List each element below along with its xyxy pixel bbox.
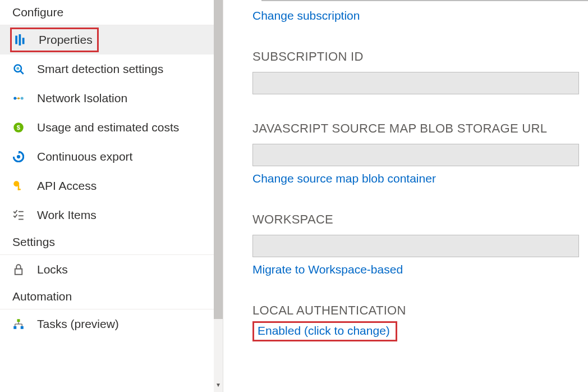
- svg-line-4: [21, 71, 24, 74]
- tasks-icon: [12, 318, 25, 330]
- js-sourcemap-input[interactable]: [252, 144, 579, 166]
- svg-rect-22: [13, 326, 16, 329]
- section-header-settings: Settings: [0, 230, 214, 255]
- svg-rect-20: [15, 269, 22, 275]
- nav-label: Properties: [39, 33, 93, 47]
- api-access-icon: [12, 180, 25, 192]
- svg-rect-1: [19, 34, 21, 45]
- change-sourcemap-link[interactable]: Change source map blob container: [252, 172, 436, 185]
- sidebar-item-api-access[interactable]: API Access: [0, 171, 214, 200]
- nav-label: API Access: [37, 179, 97, 193]
- nav-label: Continuous export: [37, 150, 132, 163]
- svg-rect-2: [22, 38, 25, 44]
- nav-label: Usage and estimated costs: [37, 121, 179, 134]
- top-field-border: [261, 0, 588, 1]
- network-isolation-icon: [12, 92, 25, 104]
- sidebar-item-network-isolation[interactable]: Network Isolation: [0, 84, 214, 113]
- sidebar-item-properties[interactable]: Properties: [0, 25, 214, 54]
- local-auth-label: LOCAL AUTHENTICATION: [252, 303, 588, 318]
- nav-label: Smart detection settings: [37, 62, 163, 76]
- sidebar-item-continuous-export[interactable]: Continuous export: [0, 142, 214, 171]
- sidebar-item-smart-detection[interactable]: Smart detection settings: [0, 54, 214, 84]
- svg-rect-21: [17, 319, 20, 322]
- svg-rect-23: [21, 326, 24, 329]
- js-sourcemap-label: JAVASCRIPT SOURCE MAP BLOB STORAGE URL: [252, 121, 588, 136]
- local-auth-toggle-link[interactable]: Enabled (click to change): [252, 321, 397, 341]
- nav-label: Work Items: [37, 208, 97, 222]
- nav-label: Network Isolation: [37, 92, 127, 105]
- properties-icon: [14, 34, 26, 46]
- subscription-id-label: SUBSCRIPTION ID: [252, 49, 588, 64]
- svg-rect-0: [15, 36, 17, 44]
- migrate-workspace-link[interactable]: Migrate to Workspace-based: [252, 263, 403, 276]
- main-panel: Change subscription SUBSCRIPTION ID JAVA…: [223, 0, 588, 392]
- svg-point-7: [21, 97, 24, 100]
- highlight-properties: Properties: [10, 28, 99, 52]
- sidebar-item-work-items[interactable]: Work Items: [0, 200, 214, 230]
- sidebar: ▾ Configure Properties Smart detection s…: [0, 0, 223, 392]
- work-items-icon: [12, 209, 25, 221]
- continuous-export-icon: [12, 151, 25, 163]
- sidebar-item-usage-costs[interactable]: $ Usage and estimated costs: [0, 113, 214, 142]
- scrollbar-track[interactable]: ▾: [214, 0, 223, 392]
- scrollbar-down-arrow[interactable]: ▾: [214, 377, 223, 392]
- smart-detection-icon: [12, 63, 25, 75]
- locks-icon: [12, 263, 25, 276]
- subscription-id-input[interactable]: [252, 72, 579, 94]
- nav-label: Locks: [37, 263, 68, 276]
- workspace-label: WORKSPACE: [252, 212, 588, 227]
- svg-point-5: [16, 67, 19, 70]
- workspace-input[interactable]: [252, 235, 579, 257]
- scrollbar-thumb[interactable]: [214, 0, 223, 319]
- nav-label: Tasks (preview): [37, 317, 119, 331]
- usage-costs-icon: $: [12, 121, 25, 134]
- svg-text:$: $: [17, 124, 21, 131]
- section-header-configure: Configure: [0, 0, 214, 25]
- svg-point-6: [13, 97, 16, 100]
- section-header-automation: Automation: [0, 284, 214, 309]
- change-subscription-link[interactable]: Change subscription: [252, 9, 360, 22]
- sidebar-item-tasks[interactable]: Tasks (preview): [0, 309, 214, 339]
- svg-point-13: [17, 155, 20, 158]
- svg-rect-16: [18, 189, 21, 190]
- sidebar-item-locks[interactable]: Locks: [0, 255, 214, 284]
